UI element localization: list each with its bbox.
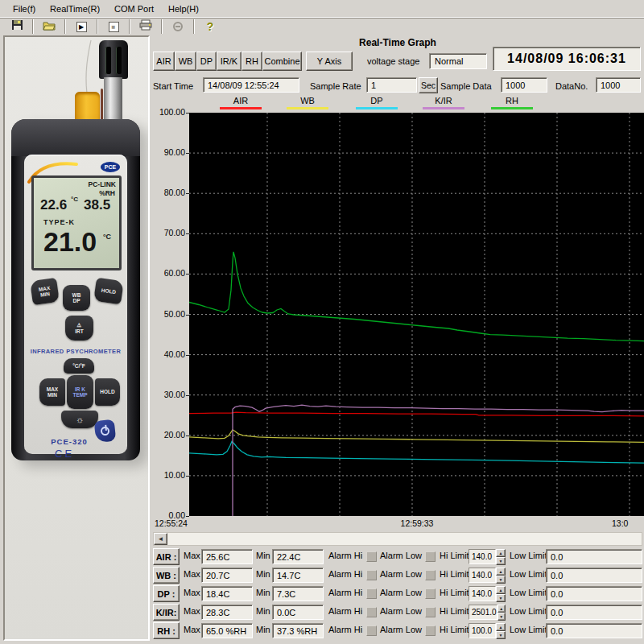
alarm-low-indicator	[425, 570, 436, 580]
row-button-kir[interactable]: K/IR:	[153, 604, 180, 621]
row-button-rh[interactable]: RH :	[153, 622, 180, 639]
channel-button-rh[interactable]: RH	[242, 52, 262, 71]
row-button-air[interactable]: AIR :	[153, 548, 180, 565]
table-row-rh: RH : Max 65.0 %RH Min 37.3 %RH Alarm Hi …	[151, 622, 644, 639]
alarm-low-indicator	[425, 607, 436, 617]
toolbar-separator	[129, 19, 130, 34]
hi-limit-spinner[interactable]: 2501.0 ▲▼	[469, 605, 506, 620]
power-icon	[100, 426, 109, 436]
y-axis-label: 90.00	[151, 147, 185, 157]
channel-button-wb[interactable]: WB	[175, 52, 196, 71]
legend-label: K/IR	[435, 96, 452, 105]
menu-file[interactable]: File(f)	[6, 2, 42, 15]
sec-button[interactable]: Sec	[419, 77, 438, 93]
disconnect-button[interactable]	[167, 19, 188, 35]
max-value: 65.0 %RH	[201, 623, 253, 638]
hi-limit-value[interactable]: 140.0	[469, 586, 496, 601]
data-no-value[interactable]: 1000	[596, 77, 641, 93]
hi-limit-spinner[interactable]: 140.0 ▲▼	[469, 568, 506, 583]
min-value: 0.0C	[272, 605, 324, 620]
spin-up-icon[interactable]: ▲	[496, 568, 506, 576]
humidity-probe	[99, 40, 128, 79]
toolbar-separator	[97, 19, 98, 34]
hi-limit-label: Hi Limit	[440, 569, 469, 579]
hi-limit-value[interactable]: 2501.0	[469, 605, 497, 620]
stop-button[interactable]: ■	[103, 19, 124, 35]
start-time-value[interactable]: 14/08/09 12:55:24	[203, 77, 299, 93]
save-button[interactable]	[6, 19, 27, 35]
start-button[interactable]: ▶	[71, 19, 92, 35]
device-model-label: PCE-320	[37, 437, 101, 446]
spin-up-icon[interactable]: ▲	[497, 605, 506, 613]
legend-item-wb: WB	[285, 96, 330, 109]
spin-down-icon[interactable]: ▼	[496, 576, 506, 584]
hi-limit-value[interactable]: 100.0	[469, 623, 496, 638]
hi-limit-spinner[interactable]: 100.0 ▲▼	[469, 623, 506, 638]
spin-down-icon[interactable]: ▼	[496, 594, 506, 602]
hi-limit-spinner[interactable]: 140.0 ▲▼	[469, 549, 506, 564]
alarm-low-label: Alarm Low	[380, 625, 422, 634]
hi-limit-label: Hi Limit	[440, 625, 469, 634]
stop-icon: ■	[109, 22, 119, 32]
channel-button-combine[interactable]: Combine	[262, 52, 302, 71]
series-DP	[189, 441, 644, 463]
low-limit-value[interactable]: 0.0	[546, 549, 642, 564]
hi-limit-spinner[interactable]: 140.0 ▲▼	[469, 586, 506, 601]
channel-button-air[interactable]: AIR	[153, 52, 175, 71]
y-axis-button[interactable]: Y Axis	[306, 52, 353, 71]
menu-realtime[interactable]: RealTime(R)	[43, 2, 106, 15]
channel-button-irk[interactable]: IR/K	[217, 52, 242, 71]
sample-rate-value[interactable]: 1	[366, 77, 417, 93]
lcd-air-unit: °C	[71, 196, 78, 203]
open-button[interactable]	[39, 19, 60, 35]
low-limit-value[interactable]: 0.0	[546, 568, 642, 583]
menu-help[interactable]: Help(H)	[162, 2, 205, 15]
low-limit-label: Low Limit	[510, 625, 547, 634]
spin-down-icon[interactable]: ▼	[496, 557, 506, 565]
graph-scrollbar[interactable]: ◄	[153, 532, 642, 546]
toolbar: ▶ ■ ?	[0, 17, 644, 35]
alarm-low-label: Alarm Low	[380, 588, 422, 597]
row-button-dp[interactable]: DP :	[153, 585, 180, 602]
device-key-cf: °C/°F	[64, 358, 94, 374]
circle-slash-icon	[173, 22, 183, 31]
y-axis-label: 10.00	[151, 470, 185, 480]
low-limit-value[interactable]: 0.0	[546, 623, 642, 638]
ce-mark: CE	[55, 448, 74, 460]
y-axis-label: 50.00	[151, 309, 185, 319]
series-RH	[189, 252, 644, 341]
y-axis-label: 60.00	[151, 268, 185, 278]
start-time-label: Start Time	[153, 81, 193, 91]
channel-button-dp[interactable]: DP	[196, 52, 217, 71]
row-button-wb[interactable]: WB :	[153, 567, 180, 584]
help-button[interactable]: ?	[200, 19, 221, 35]
low-limit-value[interactable]: 0.0	[546, 586, 642, 601]
device-key-irk: IR K TEMP	[67, 375, 93, 409]
play-icon: ▶	[76, 22, 87, 32]
lcd-humidity: 38.5	[84, 197, 110, 213]
y-axis-label: 40.00	[151, 349, 185, 359]
sample-data-value[interactable]: 1000	[501, 77, 547, 93]
toolbar-separator	[193, 19, 195, 34]
low-limit-value[interactable]: 0.0	[546, 605, 642, 620]
spin-up-icon[interactable]: ▲	[496, 623, 506, 631]
spin-down-icon[interactable]: ▼	[497, 613, 506, 621]
menu-com-port[interactable]: COM Port	[108, 2, 160, 15]
legend-color-rh	[491, 107, 533, 109]
spin-up-icon[interactable]: ▲	[496, 586, 506, 594]
device-key-backlight: ☼	[61, 411, 98, 428]
spin-down-icon[interactable]: ▼	[496, 631, 506, 639]
real-time-chart	[189, 113, 644, 516]
lcd-pclink-label: PC-LINK	[89, 180, 116, 188]
spin-up-icon[interactable]: ▲	[496, 549, 506, 557]
print-button[interactable]	[135, 19, 156, 35]
scrollbar-left-arrow[interactable]: ◄	[154, 533, 167, 545]
hi-limit-value[interactable]: 140.0	[469, 549, 496, 564]
x-axis-label-start: 12:55:24	[155, 518, 188, 528]
hi-limit-value[interactable]: 140.0	[469, 568, 496, 583]
data-no-label: DataNo.	[555, 81, 588, 91]
pce-logo: PCE	[101, 162, 120, 172]
y-axis-label: 70.00	[151, 228, 185, 237]
series-K/IR	[233, 405, 644, 516]
x-axis-label-end: 13:0	[612, 518, 628, 528]
